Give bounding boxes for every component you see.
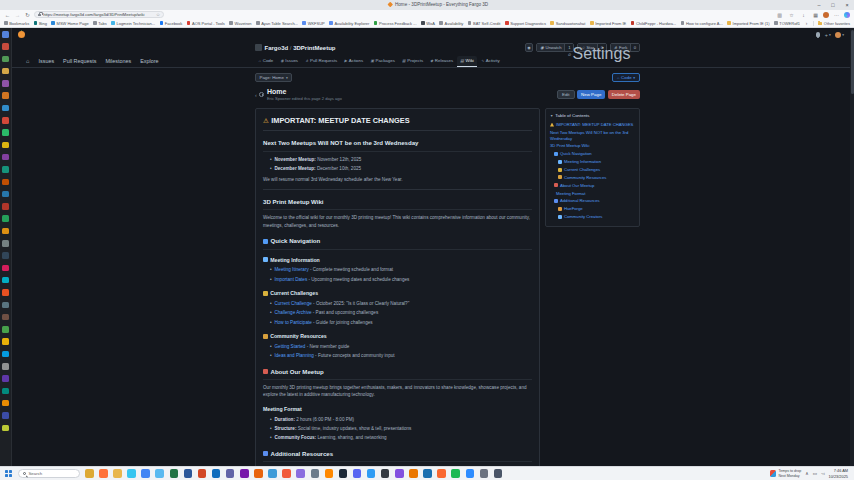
tab-settings[interactable]: Settings: [564, 43, 634, 67]
taskbar-app-icon[interactable]: [494, 469, 503, 478]
site-nav-link[interactable]: Milestones: [105, 58, 131, 64]
browser-tab[interactable]: Home - 3DPrintMeetup - Everything Fargo …: [388, 2, 488, 7]
minimize-button[interactable]: –: [812, 0, 826, 10]
vertical-tab-favicon[interactable]: [2, 129, 9, 136]
repo-tab[interactable]: Projects: [398, 56, 426, 67]
page-scrollbar[interactable]: [850, 28, 854, 466]
repo-tab[interactable]: Code: [255, 56, 277, 67]
bookmark-star-icon[interactable]: ☆: [156, 12, 160, 17]
taskbar-search[interactable]: Search: [18, 469, 80, 479]
taskbar-app-icon[interactable]: [353, 469, 362, 478]
taskbar-app-icon[interactable]: [127, 469, 136, 478]
repo-owner-link[interactable]: Fargo3d: [265, 45, 289, 51]
wiki-link[interactable]: Challenge Archive: [275, 310, 312, 315]
toc-link[interactable]: Community Creators: [558, 214, 635, 220]
repo-tab[interactable]: Issues: [277, 56, 302, 67]
close-button[interactable]: ×: [840, 0, 854, 10]
taskbar-app-icon[interactable]: [325, 469, 334, 478]
taskbar-app-icon[interactable]: [240, 469, 249, 478]
bookmark-item[interactable]: Sandsawtonahat: [550, 21, 585, 26]
user-menu[interactable]: ▾: [835, 32, 844, 38]
vertical-tab-favicon[interactable]: [2, 412, 9, 419]
bookmark-item[interactable]: MSW Home Page: [51, 21, 88, 26]
vertical-tab-favicon[interactable]: [2, 215, 9, 222]
vertical-tab-favicon[interactable]: [2, 338, 9, 345]
vertical-tab-favicon[interactable]: [2, 154, 9, 161]
taskbar-app-icon[interactable]: [254, 469, 263, 478]
repo-tab[interactable]: Pull Requests: [302, 56, 341, 67]
taskbar-app-icon[interactable]: [155, 469, 164, 478]
wiki-link[interactable]: Important Dates: [275, 277, 308, 282]
start-button[interactable]: [5, 470, 13, 478]
scrollbar-thumb[interactable]: [851, 30, 854, 94]
bookmark-item[interactable]: Wavetron: [229, 21, 251, 26]
rss-feed-button[interactable]: ◉: [525, 43, 534, 52]
split-screen-icon[interactable]: ▥: [775, 12, 784, 18]
taskbar-app-icon[interactable]: [170, 469, 179, 478]
vertical-tab-favicon[interactable]: [2, 252, 9, 259]
vertical-tab-favicon[interactable]: [2, 92, 9, 99]
taskbar-app-icon[interactable]: [184, 469, 193, 478]
vertical-tab-favicon[interactable]: [2, 265, 9, 272]
toc-link[interactable]: Next Two Meetups Will NOT be on the 3rd …: [550, 130, 635, 141]
tray-chevron-up-icon[interactable]: ∧: [805, 471, 808, 476]
repo-tab[interactable]: Actions: [341, 56, 367, 67]
copilot-icon[interactable]: [844, 12, 850, 18]
bookmarks-overflow-icon[interactable]: ›: [804, 21, 810, 26]
toc-header[interactable]: ▼Table of Contents: [550, 113, 635, 118]
taskbar-app-icon[interactable]: [367, 469, 376, 478]
vertical-tab-favicon[interactable]: [2, 31, 9, 38]
taskbar-app-icon[interactable]: [339, 469, 348, 478]
create-new-button[interactable]: +▾: [825, 32, 831, 38]
tray-clock[interactable]: 7:46 AM 10/23/2025: [829, 468, 848, 478]
delete-page-button[interactable]: Delete Page: [608, 90, 640, 99]
taskbar-app-icon[interactable]: [226, 469, 235, 478]
vertical-tab-favicon[interactable]: [2, 277, 9, 284]
vertical-tab-favicon[interactable]: [2, 80, 9, 87]
toc-link[interactable]: About Our Meetup: [554, 183, 635, 189]
bookmark-item[interactable]: Availability: [439, 21, 463, 26]
taskbar-app-icon[interactable]: [282, 469, 291, 478]
toc-link[interactable]: HueForge: [558, 206, 635, 212]
bookmark-item[interactable]: Process Feedback ...: [374, 21, 417, 26]
wiki-link[interactable]: Getting Started: [275, 344, 306, 349]
repo-tab[interactable]: Activity: [477, 56, 503, 67]
vertical-tab-favicon[interactable]: [2, 302, 9, 309]
vertical-tab-favicon[interactable]: [2, 289, 9, 296]
vertical-tab-favicon[interactable]: [2, 43, 9, 50]
bookmark-item[interactable]: Bookmarks: [4, 21, 29, 26]
history-icon[interactable]: [259, 92, 264, 97]
vertical-tab-favicon[interactable]: [2, 363, 9, 370]
page-selector-dropdown[interactable]: Page: Home▾: [255, 73, 292, 82]
taskbar-app-icon[interactable]: [268, 469, 277, 478]
vertical-tab-favicon[interactable]: [2, 191, 9, 198]
maximize-button[interactable]: □: [826, 0, 840, 10]
wiki-link[interactable]: Meeting Itinerary: [275, 267, 309, 272]
taskbar-app-icon[interactable]: [381, 469, 390, 478]
taskbar-app-icon[interactable]: [198, 469, 207, 478]
taskbar-app-icon[interactable]: [99, 469, 108, 478]
taskbar-app-icon[interactable]: [212, 469, 221, 478]
bookmark-item[interactable]: BAT Self-Credit: [468, 21, 501, 26]
vertical-tab-favicon[interactable]: [2, 400, 9, 407]
toc-link[interactable]: IMPORTANT: MEETUP DATE CHANGES: [550, 122, 635, 128]
vertical-tab-favicon[interactable]: [2, 375, 9, 382]
wiki-link[interactable]: Ideas and Planning: [275, 353, 314, 358]
taskbar-app-icon[interactable]: [395, 469, 404, 478]
bookmark-item[interactable]: Imported From IE (1): [727, 21, 769, 26]
vertical-tab-favicon[interactable]: [2, 68, 9, 75]
weather-widget[interactable]: Temps to drop Next Monday: [770, 469, 801, 478]
taskbar-app-icon[interactable]: [423, 469, 432, 478]
repo-tab[interactable]: Wiki: [457, 56, 478, 67]
toc-link[interactable]: Additional Resources: [554, 198, 635, 204]
wiki-code-button[interactable]: Code▾: [612, 73, 640, 82]
refresh-button[interactable]: ↻: [24, 12, 31, 18]
taskbar-app-icon[interactable]: [113, 469, 122, 478]
vertical-tab-favicon[interactable]: [2, 203, 9, 210]
new-page-button[interactable]: New Page: [577, 90, 605, 99]
vertical-tab-favicon[interactable]: [2, 228, 9, 235]
bookmark-item[interactable]: Ayan Table Search...: [256, 21, 298, 26]
bookmark-item[interactable]: Tabs: [93, 21, 107, 26]
vertical-tab-favicon[interactable]: [2, 105, 9, 112]
vertical-tab-favicon[interactable]: [2, 351, 9, 358]
